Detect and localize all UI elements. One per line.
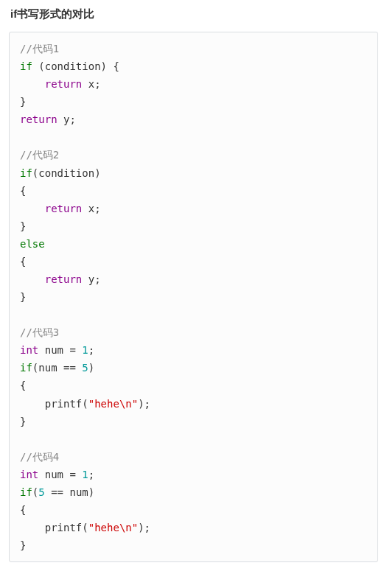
keyword-return: return [45, 273, 83, 285]
code-text: (num == [32, 362, 82, 374]
code-text: x; [82, 203, 100, 214]
code-block: //代码1 if (condition) { return x; } retur… [9, 32, 378, 562]
code-text: ); [138, 522, 150, 533]
code-text: } [20, 291, 26, 303]
code-text: (condition) [32, 167, 101, 179]
code-text: ; [88, 344, 94, 356]
code-text: (condition) { [32, 60, 119, 72]
code-text: ( [82, 398, 88, 410]
number: 5 [38, 486, 44, 498]
keyword-return: return [20, 113, 57, 125]
code-text: } [20, 220, 26, 232]
type-int: int [20, 344, 38, 356]
function-printf: printf [45, 398, 83, 410]
keyword-if: if [20, 362, 32, 374]
number: 5 [82, 362, 88, 374]
code-text: { [20, 379, 26, 391]
code-text: { [20, 256, 26, 267]
comment: //代码3 [20, 326, 59, 338]
keyword-if: if [20, 167, 32, 179]
code-text: { [20, 504, 26, 516]
code-text: } [20, 416, 26, 427]
keyword-else: else [20, 238, 45, 250]
section-heading: if书写形式的对比 [9, 7, 378, 21]
string: "hehe\n" [88, 522, 138, 533]
keyword-if: if [20, 486, 32, 498]
string: "hehe\n" [88, 398, 138, 410]
code-text: ); [138, 398, 150, 410]
comment: //代码4 [20, 451, 59, 463]
number: 1 [82, 344, 88, 356]
code-text: y; [57, 113, 76, 125]
type-int: int [20, 469, 38, 480]
code-text: } [20, 96, 26, 108]
keyword-return: return [45, 203, 83, 214]
code-text: { [20, 185, 26, 197]
comment: //代码1 [20, 43, 59, 55]
code-text: ( [82, 522, 88, 533]
keyword-return: return [45, 78, 83, 90]
code-text: x; [82, 78, 100, 90]
code-text: ; [88, 469, 94, 480]
code-text: } [20, 539, 26, 551]
number: 1 [82, 469, 88, 480]
code-text: == num) [45, 486, 94, 498]
code-text: num = [38, 344, 82, 356]
code-text: y; [82, 273, 100, 285]
function-printf: printf [45, 522, 83, 533]
code-text: ) [88, 362, 94, 374]
code-text: num = [38, 469, 82, 480]
comment: //代码2 [20, 149, 59, 161]
keyword-if: if [20, 60, 32, 72]
